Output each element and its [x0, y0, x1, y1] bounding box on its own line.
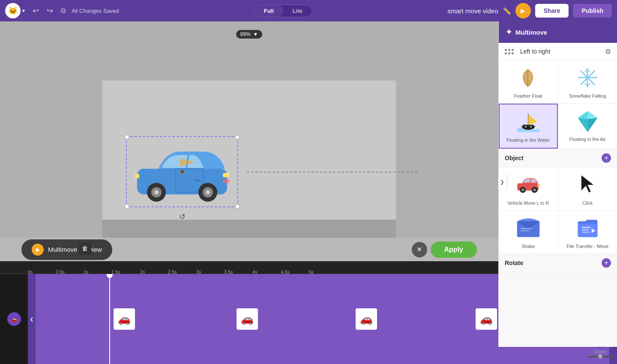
motion-preset-name: Left to right — [520, 48, 602, 55]
snowflake-falling-icon — [572, 65, 602, 90]
selection-handle-tl[interactable] — [125, 135, 129, 139]
zoom-label: Zoom — [595, 349, 607, 354]
app-logo[interactable]: 🐱 — [5, 3, 21, 18]
bottom-controls: ▶ Multimove Preview ✕ Apply — [0, 238, 498, 261]
anim-floating-water[interactable]: Floating in the Water — [499, 104, 558, 148]
snowflake-falling-label: Snowflake Falling — [569, 93, 606, 99]
svg-point-9 — [206, 190, 210, 194]
history-controls: ↩ ↪ ⧉ — [30, 4, 68, 17]
publish-button[interactable]: Publish — [573, 4, 612, 18]
multimove-icon: ✦ — [506, 27, 512, 37]
timeline-layer-avatar[interactable]: 🚗 — [7, 312, 21, 326]
redo-button[interactable]: ↪ — [44, 4, 56, 17]
anim-vehicle-move[interactable]: Vehicle Move L to R — [499, 167, 558, 210]
apply-button[interactable]: Apply — [431, 242, 477, 258]
svg-point-36 — [521, 188, 524, 191]
panel-header: ✦ Multimove — [499, 21, 617, 43]
mode-full-button[interactable]: Full — [255, 5, 283, 17]
share-button[interactable]: Share — [535, 4, 569, 18]
svg-rect-48 — [582, 232, 590, 233]
mode-lite-button[interactable]: Lite — [283, 5, 312, 17]
app-header: 🐱 ▾ ↩ ↪ ⧉ All Changes Saved Full Lite sm… — [0, 0, 617, 21]
car-selection-box[interactable]: ↺ — [126, 136, 238, 207]
mode-toggle: Full Lite — [254, 5, 312, 17]
top-animation-grid: Feather Float Snowflake Falling — [499, 60, 617, 149]
floating-air-label: Floating in the Air — [569, 136, 606, 142]
floating-water-icon — [513, 109, 543, 134]
svg-point-6 — [154, 190, 159, 194]
keyframe-thumb-3[interactable]: 🚗 — [356, 308, 377, 330]
svg-marker-31 — [587, 118, 597, 132]
motion-preset-header: Left to right ⚙ — [499, 43, 617, 60]
timeline-sidebar: 🚗 — [0, 274, 28, 364]
rotate-section-header: Rotate + — [499, 254, 617, 272]
selection-handle-bl[interactable] — [125, 204, 129, 209]
edit-title-button[interactable]: ✏️ — [503, 7, 511, 15]
selection-handle-center[interactable] — [180, 170, 184, 174]
anim-file-transfer[interactable]: File Transfer - Move — [558, 211, 617, 254]
undo-button[interactable]: ↩ — [30, 4, 42, 17]
anim-floating-air[interactable]: Floating in the Air — [558, 104, 617, 148]
motion-dots-icon — [505, 47, 517, 56]
feather-float-icon — [513, 65, 543, 90]
svg-rect-46 — [582, 227, 590, 228]
rotate-handle[interactable]: ↺ — [179, 212, 186, 221]
svg-marker-30 — [578, 118, 587, 132]
object-section-add-button[interactable]: + — [602, 153, 611, 163]
ruler-mark-2s: 2s — [140, 269, 145, 274]
timeline-playhead[interactable] — [109, 274, 110, 364]
cancel-icon: ✕ — [416, 245, 422, 254]
svg-point-38 — [533, 188, 536, 191]
svg-rect-43 — [521, 228, 532, 229]
shake-label: Shake — [521, 243, 535, 249]
motion-path-line — [247, 172, 417, 173]
canvas-frame: ↺ — [102, 81, 396, 245]
vehicle-move-icon — [513, 172, 543, 197]
floating-air-icon — [572, 108, 602, 134]
floating-water-label: Floating in the Water — [506, 137, 550, 143]
motion-settings-button[interactable]: ⚙ — [605, 48, 611, 56]
anim-feather-float[interactable]: Feather Float — [499, 60, 558, 103]
cancel-button[interactable]: ✕ — [412, 242, 427, 257]
logo-icon: 🐱 — [8, 6, 18, 15]
ruler-mark-2.5s: 2.5s — [168, 269, 177, 274]
svg-marker-40 — [581, 175, 594, 193]
selection-handle-tr[interactable] — [235, 135, 240, 139]
zoom-slider[interactable] — [588, 356, 614, 358]
delete-keyframe-button[interactable]: 🗑 — [78, 242, 91, 255]
ruler-mark-0.5s: 0.5s — [56, 269, 65, 274]
logo-dropdown-arrow[interactable]: ▾ — [22, 8, 25, 14]
click-icon — [572, 172, 602, 197]
anim-shake[interactable]: Shake — [499, 211, 558, 254]
svg-point-27 — [530, 125, 532, 128]
anim-click[interactable]: Click — [558, 167, 617, 210]
preview-play-icon: ▶ — [32, 244, 44, 256]
zoom-slider-thumb[interactable] — [598, 354, 602, 358]
click-label: Click — [582, 200, 593, 206]
zoom-badge[interactable]: 99% ▼ — [236, 30, 263, 39]
shake-icon — [513, 215, 543, 241]
ruler-mark-4s: 4s — [252, 269, 258, 274]
zoom-slider-container[interactable] — [588, 356, 614, 358]
selection-handle-br[interactable] — [235, 204, 240, 209]
zoom-value: 99% — [240, 31, 251, 37]
keyframe-thumb-2[interactable]: 🚗 — [237, 308, 258, 330]
svg-rect-3 — [195, 179, 200, 182]
playhead-handle[interactable] — [107, 274, 113, 278]
keyframe-thumb-4[interactable]: 🚗 — [476, 308, 497, 330]
play-button[interactable]: ▶ — [515, 3, 531, 18]
copy-button[interactable]: ⧉ — [58, 4, 68, 17]
track-expand-left[interactable]: ❮ — [28, 274, 36, 364]
ruler-mark-4.5s: 4.5s — [281, 269, 290, 274]
anim-snowflake-falling[interactable]: Snowflake Falling — [558, 60, 617, 103]
object-section-title: Object — [505, 155, 524, 161]
multimove-preview-button[interactable]: ▶ Multimove Preview — [21, 239, 112, 260]
vehicle-move-label: Vehicle Move L to R — [507, 200, 549, 206]
keyframe-thumb-4-icon: 🚗 — [480, 313, 493, 325]
object-animation-grid: Vehicle Move L to R Click — [499, 167, 617, 254]
keyframe-thumb-1[interactable]: 🚗 — [114, 308, 135, 330]
ruler-mark-5s: 5s — [308, 269, 314, 274]
ruler-mark-3.5s: 3.5s — [224, 269, 233, 274]
sidebar-collapse-arrow[interactable]: ❯ — [498, 174, 506, 190]
rotate-section-add-button[interactable]: + — [602, 258, 611, 268]
